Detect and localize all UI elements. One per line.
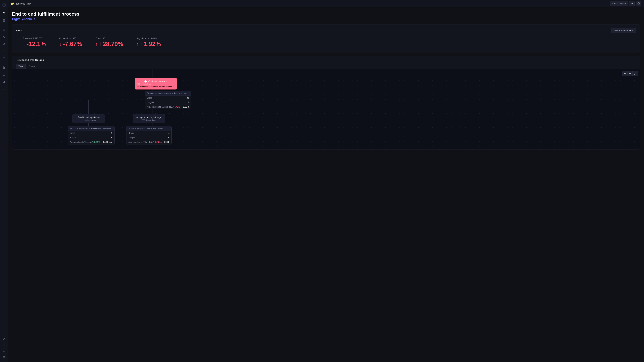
accept-node-count: 223 Unique flows: [135, 119, 163, 121]
svg-rect-6: [4, 21, 5, 21]
flow-canvas: Customs clearance 139 Unique flows 33 Bu…: [12, 69, 640, 149]
tab-funnel[interactable]: Funnel: [26, 64, 38, 69]
main-area: 📁 Business Flow Last 3 days ▾ ↻ End to e…: [8, 0, 644, 362]
zoom-controls: + −: [622, 71, 638, 76]
accept-tooltip: Accept at delivery storage → Start deliv…: [126, 126, 172, 144]
svg-line-20: [3, 339, 4, 340]
kpi-duration: Avg. duration: 8.68 h ↑ +1.92%: [136, 37, 161, 48]
arrow-up-icon-2: ↑: [136, 41, 139, 47]
svg-rect-3: [3, 19, 4, 20]
kpi-metrics: Revenue: 1,997,377 ↓ -12.1% Conversions:…: [16, 36, 636, 49]
tooltip-row: Avg. duration to "Accep..." +6.01% ↑ 34.…: [68, 140, 114, 144]
sidebar-item-search[interactable]: [1, 10, 7, 16]
kpi-duration-value: ↑ +1.92%: [136, 40, 161, 48]
svg-line-37: [634, 74, 635, 74]
folder-icon: 📁: [11, 2, 14, 5]
sidebar-item-grid[interactable]: [1, 17, 7, 23]
sidebar-item-cloud[interactable]: [1, 55, 7, 61]
svg-line-19: [4, 338, 5, 339]
customs-exception: 33 Business exceptions out of a total of…: [137, 86, 174, 88]
svg-point-15: [4, 82, 5, 83]
topbar-title: Business Flow: [16, 2, 30, 5]
sidebar-item-user[interactable]: [1, 354, 7, 360]
sidebar-item-circle[interactable]: [1, 86, 7, 92]
tabs: Tree Funnel: [16, 64, 636, 69]
svg-point-21: [4, 345, 4, 345]
page-title: End to end fulfillment process: [12, 11, 640, 17]
tooltip-row: Avg. duration to "Accept at ..." -4.47% …: [145, 105, 191, 109]
zoom-in-button[interactable]: +: [622, 71, 628, 76]
tab-tree[interactable]: Tree: [16, 64, 26, 69]
tooltip-row: Inflights 0: [126, 135, 172, 140]
svg-rect-12: [3, 81, 4, 82]
kpi-card: KPIs View KPIs over time Revenue: 1,997,…: [12, 24, 640, 52]
view-kpis-button[interactable]: View KPIs over time: [611, 28, 636, 33]
date-range-label: Last 3 days: [612, 2, 624, 5]
details-header: Business Flow Details Tree Funnel: [12, 56, 640, 69]
kpi-card-header: KPIs View KPIs over time: [16, 28, 636, 33]
tooltip-row: Inflights 0: [145, 100, 191, 105]
arrow-down-icon-2: ↓: [59, 41, 62, 47]
tooltip-row: Drops 4: [126, 131, 172, 135]
customs-unique-flows: 139 Unique flows: [137, 83, 174, 85]
zoom-out-button[interactable]: −: [628, 71, 632, 76]
svg-point-1: [4, 4, 4, 5]
kpi-conversions: Conversions: 325 ↓ -7.67%: [59, 37, 82, 48]
svg-rect-5: [3, 21, 4, 21]
accept-node-label: Accept at delivery storage: [135, 116, 163, 118]
kpi-errors-value: ↑ +28.79%: [96, 40, 123, 48]
settings-icon: [638, 2, 640, 5]
details-title: Business Flow Details: [16, 59, 636, 62]
kpi-revenue-value: ↓ -12.1%: [23, 40, 46, 48]
sidebar-item-map[interactable]: [1, 65, 7, 71]
customs-accept-tooltip: Customs clearance → Accept at delivery s…: [145, 91, 191, 109]
customs-clearance-node[interactable]: Customs clearance 139 Unique flows 33 Bu…: [135, 78, 177, 89]
kpi-conversions-value: ↓ -7.67%: [59, 40, 82, 48]
accept-delivery-node[interactable]: Accept at delivery storage 223 Unique fl…: [133, 114, 165, 123]
svg-marker-13: [4, 81, 5, 82]
sidebar-item-chart[interactable]: [1, 34, 7, 40]
kpi-conversions-label: Conversions: 325: [59, 37, 76, 39]
topbar-actions: Last 3 days ▾ ↻: [610, 1, 642, 6]
kpi-card-title: KPIs: [16, 29, 22, 32]
tooltip-row: Drops 1: [68, 131, 114, 135]
accept-tooltip-title: Accept at delivery storage → Start deliv…: [126, 126, 172, 131]
chevron-down-icon: ▾: [624, 2, 626, 5]
sidebar-item-mail[interactable]: [1, 48, 7, 54]
customs-node-label: Customs clearance: [137, 80, 174, 82]
sidebar-item-layers[interactable]: [1, 27, 7, 33]
svg-point-14: [3, 82, 4, 83]
svg-marker-9: [3, 66, 5, 69]
sidebar-item-expand[interactable]: [1, 336, 7, 342]
topbar: 📁 Business Flow Last 3 days ▾ ↻: [8, 0, 644, 7]
refresh-button[interactable]: ↻: [629, 1, 634, 6]
kpi-revenue-label: Revenue: 1,997,377: [23, 37, 42, 39]
send-node-count: 112 Unique flows: [75, 119, 102, 121]
business-flow-details-card: Business Flow Details Tree Funnel: [12, 56, 640, 149]
settings-button[interactable]: [636, 1, 641, 6]
zoom-fit-button[interactable]: [632, 71, 638, 76]
tooltip-customs-title: Customs clearance → Accept at delivery s…: [145, 91, 191, 96]
svg-line-36: [635, 73, 636, 73]
sidebar-item-bar-chart[interactable]: [1, 348, 7, 354]
svg-point-2: [3, 12, 5, 14]
kpi-revenue: Revenue: 1,997,377 ↓ -12.1%: [23, 37, 46, 48]
svg-point-25: [4, 356, 4, 357]
sidebar-item-tag[interactable]: [1, 41, 7, 47]
tooltip-row: Drops 33: [145, 96, 191, 100]
page-content: End to end fulfillment process Digital c…: [8, 7, 644, 362]
date-range-button[interactable]: Last 3 days ▾: [610, 1, 628, 6]
sidebar: [0, 0, 8, 362]
kpi-duration-label: Avg. duration: 8.68 h: [136, 37, 157, 39]
refresh-icon: ↻: [631, 2, 633, 5]
send-pickup-node[interactable]: Send to pick up station 112 Unique flows: [72, 114, 105, 123]
send-tooltip: Send to pick up station → Accept at pick…: [68, 126, 114, 144]
sidebar-item-box[interactable]: [1, 72, 7, 78]
sidebar-item-settings[interactable]: [1, 342, 7, 348]
tooltip-row: Inflights 0: [68, 135, 114, 140]
kpi-errors-label: Errors: 85: [96, 37, 105, 39]
app-logo[interactable]: [1, 2, 7, 8]
sidebar-item-truck[interactable]: [1, 79, 7, 85]
kpi-errors: Errors: 85 ↑ +28.79%: [96, 37, 123, 48]
svg-marker-7: [3, 29, 5, 30]
